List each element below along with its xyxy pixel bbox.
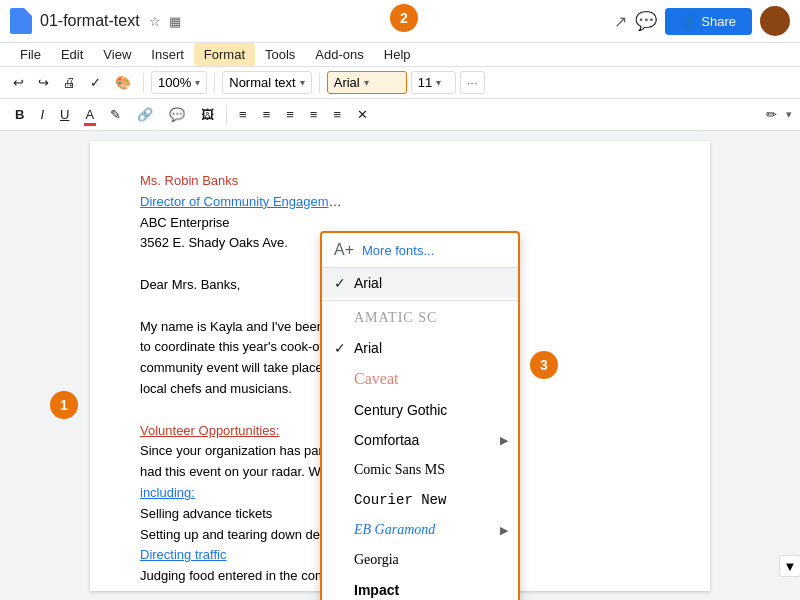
title-bar: 01-format-text ☆ ▦ 2 ↗ 💬 👤 Share: [0, 0, 800, 43]
comment-btn[interactable]: 💬: [635, 10, 657, 32]
font-label-century: Century Gothic: [354, 402, 447, 418]
doc-title: 01-format-text: [40, 12, 140, 29]
font-label-eb: EB Garamond: [354, 522, 435, 538]
font-list: ✓ Arial AMATIC SC ✓ Arial Caveat C: [322, 268, 518, 600]
font-item-georgia[interactable]: Georgia: [322, 545, 518, 575]
menu-bar: File Edit View Insert Format Tools Add-o…: [0, 43, 800, 67]
font-dropdown-header: A+ More fonts...: [322, 233, 518, 268]
style-value: Normal text: [229, 75, 295, 90]
menu-addons[interactable]: Add-ons: [305, 43, 373, 66]
address-name: Ms. Robin Banks: [140, 171, 660, 192]
separator-3: [319, 73, 320, 93]
font-divider: [322, 300, 518, 301]
comfortaa-arrow: ▶: [500, 434, 508, 447]
check-icon: ✓: [334, 275, 346, 291]
zoom-chevron: ▾: [195, 77, 200, 88]
underline-button[interactable]: U: [53, 103, 76, 126]
format-sep: [226, 105, 227, 125]
font-label-caveat: Caveat: [354, 370, 398, 388]
image-button[interactable]: 🖼: [194, 103, 221, 126]
bold-button[interactable]: B: [8, 103, 31, 126]
title-right: ↗ 💬 👤 Share: [614, 6, 790, 36]
format-bar: B I U A ✎ 🔗 💬 🖼 ≡ ≡ ≡ ≡ ≡ ✕ ✏ ▾: [0, 99, 800, 131]
badge-1: 1: [50, 391, 78, 419]
menu-tools[interactable]: Tools: [255, 43, 305, 66]
text-color-label: A: [85, 107, 94, 122]
font-item-caveat[interactable]: Caveat: [322, 363, 518, 395]
zoom-value: 100%: [158, 75, 191, 90]
separator-2: [214, 73, 215, 93]
share-button[interactable]: 👤 Share: [665, 8, 752, 35]
number-list-button[interactable]: ≡: [279, 103, 301, 126]
badge-2: 2: [390, 4, 418, 32]
zoom-dropdown[interactable]: 100% ▾: [151, 71, 207, 94]
address-title: Director of Community Engagem…: [140, 192, 660, 213]
highlight-button[interactable]: ✎: [103, 103, 128, 126]
comment-button[interactable]: 💬: [162, 103, 192, 126]
style-dropdown[interactable]: Normal text ▾: [222, 71, 311, 94]
font-dropdown-overlay: A+ More fonts... ✓ Arial AMATIC SC ✓ Ari…: [320, 231, 520, 600]
toolbar: ↩ ↪ 🖨 ✓ 🎨 100% ▾ Normal text ▾ Arial ▾ 1…: [0, 67, 800, 99]
menu-edit[interactable]: Edit: [51, 43, 93, 66]
menu-insert[interactable]: Insert: [141, 43, 194, 66]
font-name-value: Arial: [334, 75, 360, 90]
font-item-amatic[interactable]: AMATIC SC: [322, 303, 518, 333]
font-size-dropdown[interactable]: 11 ▾: [411, 71, 456, 94]
undo-button[interactable]: ↩: [8, 72, 29, 93]
share-label: Share: [701, 14, 736, 29]
style-chevron: ▾: [300, 77, 305, 88]
share-icon: 👤: [681, 14, 697, 29]
bullet-list-button[interactable]: ≡: [256, 103, 278, 126]
more-options-button[interactable]: ···: [460, 71, 485, 94]
italic-button[interactable]: I: [33, 103, 51, 126]
font-label-comfortaa: Comfortaa: [354, 432, 419, 448]
folder-icon[interactable]: ▦: [169, 14, 181, 29]
font-item-courier[interactable]: Courier New: [322, 485, 518, 515]
scroll-down-button[interactable]: ▼: [779, 555, 800, 577]
menu-view[interactable]: View: [93, 43, 141, 66]
font-name-chevron: ▾: [364, 77, 369, 88]
menu-format[interactable]: Format: [194, 43, 255, 66]
pencil-button[interactable]: ✏: [759, 103, 784, 126]
link-button[interactable]: 🔗: [130, 103, 160, 126]
font-item-arial-top[interactable]: ✓ Arial: [322, 268, 518, 298]
font-size-chevron: ▾: [436, 77, 441, 88]
font-label-impact: Impact: [354, 582, 399, 598]
check-icon-arial: ✓: [334, 340, 346, 356]
star-icon[interactable]: ☆: [149, 14, 161, 29]
spellcheck-button[interactable]: ✓: [85, 72, 106, 93]
trending-icon[interactable]: ↗: [614, 12, 627, 31]
font-item-comfortaa[interactable]: Comfortaa ▶: [322, 425, 518, 455]
user-avatar[interactable]: [760, 6, 790, 36]
pencil-dropdown[interactable]: ▾: [786, 108, 792, 121]
badge-3: 3: [530, 351, 558, 379]
indent-more-button[interactable]: ≡: [326, 103, 348, 126]
font-label-comic: Comic Sans MS: [354, 462, 445, 478]
text-color-button[interactable]: A: [78, 103, 101, 126]
color-bar: [84, 123, 96, 126]
align-left-button[interactable]: ≡: [232, 103, 254, 126]
font-item-eb[interactable]: EB Garamond ▶: [322, 515, 518, 545]
separator-1: [143, 73, 144, 93]
font-item-impact[interactable]: Impact: [322, 575, 518, 600]
font-item-arial[interactable]: ✓ Arial: [322, 333, 518, 363]
increase-font-icon: A+: [334, 241, 354, 259]
font-item-century[interactable]: Century Gothic: [322, 395, 518, 425]
paintformat-button[interactable]: 🎨: [110, 72, 136, 93]
clear-formatting-button[interactable]: ✕: [350, 103, 375, 126]
indent-less-button[interactable]: ≡: [303, 103, 325, 126]
right-panel: ▼: [780, 131, 800, 591]
font-name-dropdown[interactable]: Arial ▾: [327, 71, 407, 94]
print-button[interactable]: 🖨: [58, 72, 81, 93]
redo-button[interactable]: ↪: [33, 72, 54, 93]
doc-icon: [10, 8, 32, 34]
font-label-georgia: Georgia: [354, 552, 399, 568]
font-label-arial-top: Arial: [354, 275, 382, 291]
doc-area: 1 3 Ms. Robin Banks Director of Communit…: [0, 131, 800, 591]
menu-file[interactable]: File: [10, 43, 51, 66]
font-item-comic[interactable]: Comic Sans MS: [322, 455, 518, 485]
more-fonts-link[interactable]: More fonts...: [362, 243, 434, 258]
font-label-amatic: AMATIC SC: [354, 310, 437, 326]
title-area: 01-format-text ☆ ▦: [40, 12, 606, 30]
menu-help[interactable]: Help: [374, 43, 421, 66]
